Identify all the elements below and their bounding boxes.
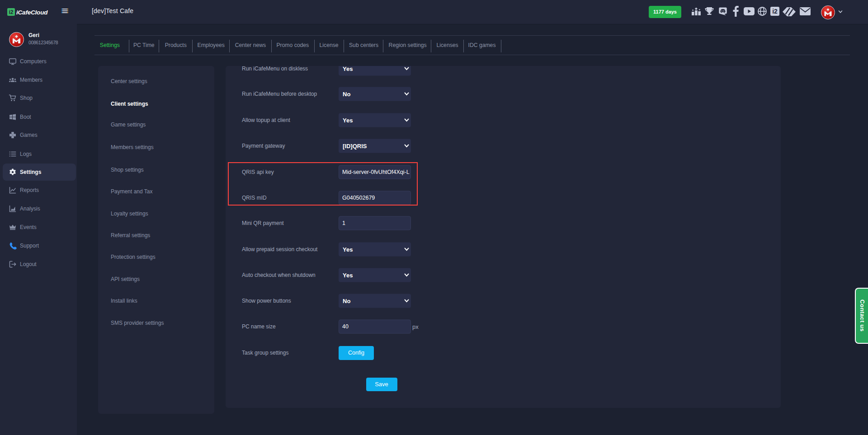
svg-text:i2: i2 — [9, 9, 13, 15]
svg-text:i2: i2 — [772, 8, 778, 15]
